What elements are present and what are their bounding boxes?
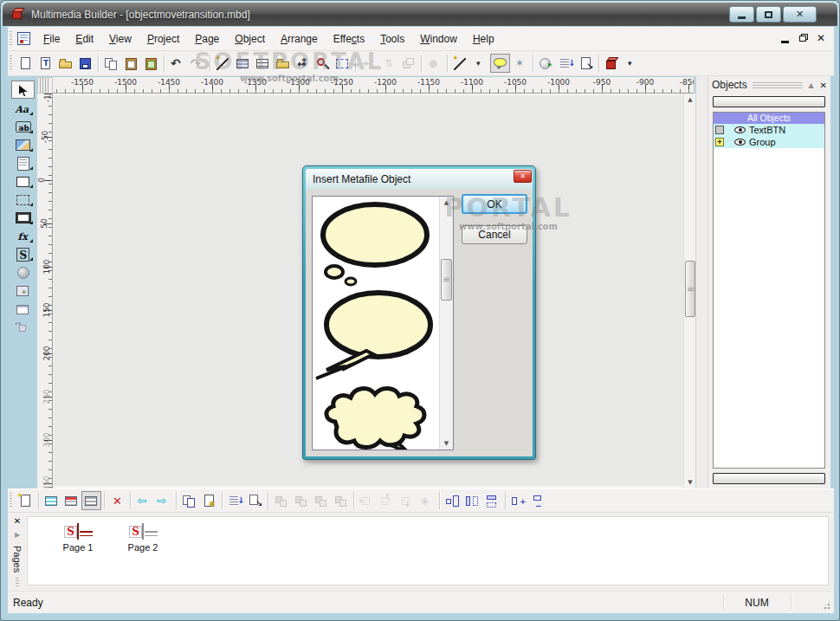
scroll-up-icon[interactable]: ▲ bbox=[684, 94, 696, 106]
objects-panel-grip[interactable] bbox=[753, 82, 804, 88]
bitmap-button[interactable] bbox=[11, 135, 35, 153]
delete-page-button[interactable] bbox=[107, 491, 127, 510]
marquee-button[interactable] bbox=[333, 54, 352, 73]
pages-expand-icon[interactable]: ▶ bbox=[15, 531, 20, 539]
pages-grip[interactable] bbox=[16, 578, 19, 586]
panel-splitter[interactable] bbox=[695, 76, 708, 488]
expand-plus-icon[interactable]: + bbox=[715, 138, 724, 146]
paragraph-button[interactable] bbox=[11, 153, 35, 171]
hotspot-button[interactable] bbox=[11, 190, 35, 208]
scroll-up-icon[interactable]: ▲ bbox=[440, 197, 453, 209]
sparkle-button[interactable] bbox=[510, 54, 530, 73]
pages-plain-button[interactable] bbox=[81, 491, 101, 510]
ok-button[interactable]: OK bbox=[462, 194, 527, 214]
menu-window[interactable]: Window bbox=[412, 29, 465, 49]
checkbox-icon[interactable] bbox=[715, 126, 724, 134]
move-button[interactable] bbox=[293, 54, 313, 73]
all-objects-header[interactable]: All Objects bbox=[714, 113, 824, 124]
export-run-button[interactable] bbox=[576, 54, 596, 73]
web-button[interactable] bbox=[11, 262, 35, 281]
sort-pages-button[interactable] bbox=[225, 491, 245, 510]
objects-bottom-button[interactable] bbox=[713, 473, 825, 484]
ruler-corner-box[interactable] bbox=[37, 77, 53, 94]
prev-page-button[interactable] bbox=[133, 491, 153, 510]
video-button[interactable] bbox=[11, 208, 35, 226]
align-h-center-button[interactable] bbox=[462, 491, 482, 510]
pages-red-button[interactable] bbox=[61, 491, 81, 510]
mdi-minimize-icon[interactable] bbox=[781, 41, 789, 43]
maximize-button[interactable] bbox=[756, 6, 781, 23]
canvas-scroll-thumb[interactable] bbox=[685, 261, 695, 317]
book-button[interactable] bbox=[233, 54, 253, 73]
close-button[interactable]: ✕ bbox=[783, 6, 817, 23]
object-tool-button[interactable] bbox=[11, 317, 35, 335]
object-row-textbtn[interactable]: TextBTN bbox=[714, 124, 824, 136]
toolbar-grip[interactable] bbox=[10, 55, 12, 71]
collapse-icon[interactable]: ▲ bbox=[808, 81, 813, 89]
panel-close-icon[interactable]: ✕ bbox=[820, 81, 827, 90]
menu-view[interactable]: View bbox=[101, 29, 139, 49]
menu-page[interactable]: Page bbox=[187, 29, 227, 49]
save-button[interactable] bbox=[75, 54, 95, 73]
make-same-size-button[interactable] bbox=[443, 491, 462, 510]
select-button[interactable] bbox=[11, 81, 35, 99]
cancel-button[interactable]: Cancel bbox=[462, 225, 527, 244]
fx-button[interactable] bbox=[11, 226, 35, 244]
page-properties-button[interactable] bbox=[199, 491, 219, 510]
menu-grip[interactable] bbox=[10, 31, 12, 47]
pages-close-icon[interactable]: ✕ bbox=[14, 516, 21, 526]
next-page-button[interactable] bbox=[153, 491, 173, 510]
text-button-button[interactable] bbox=[11, 117, 35, 135]
align-v-center-button[interactable] bbox=[482, 491, 502, 510]
paste-special-button[interactable] bbox=[141, 54, 161, 73]
undo-button[interactable] bbox=[167, 54, 187, 73]
dialog-close-icon[interactable]: ✕ bbox=[514, 170, 532, 183]
compile-button[interactable] bbox=[602, 54, 622, 73]
objects-panel-header[interactable]: Objects ▲ ✕ bbox=[708, 76, 830, 94]
menu-tools[interactable]: Tools bbox=[372, 29, 412, 49]
menu-project[interactable]: Project bbox=[139, 29, 187, 49]
script-button[interactable] bbox=[11, 244, 35, 262]
dd-button[interactable] bbox=[470, 54, 490, 73]
dialog-scroll-thumb[interactable] bbox=[441, 259, 452, 301]
scroll-down-icon[interactable]: ▼ bbox=[684, 476, 696, 488]
menu-arrange[interactable]: Arrange bbox=[273, 29, 326, 49]
oval-thought-bubble[interactable] bbox=[313, 200, 439, 287]
sub-window-button[interactable] bbox=[11, 299, 35, 317]
magic-wand-button[interactable] bbox=[213, 54, 233, 73]
oval-lightning-bubble[interactable] bbox=[313, 288, 439, 380]
menu-effects[interactable]: Effects bbox=[326, 29, 372, 49]
export-list-button[interactable] bbox=[556, 54, 576, 73]
text-button[interactable] bbox=[11, 99, 35, 117]
toolbar-grip[interactable] bbox=[10, 493, 12, 508]
open-folder-button[interactable] bbox=[273, 54, 293, 73]
object-row-group[interactable]: + Group bbox=[714, 136, 824, 148]
copy-button[interactable] bbox=[101, 54, 121, 73]
pages-cyan-button[interactable] bbox=[42, 491, 61, 510]
menu-file[interactable]: File bbox=[36, 29, 68, 49]
new-button[interactable] bbox=[16, 54, 36, 73]
mdi-restore-icon[interactable] bbox=[799, 36, 806, 42]
paste-button[interactable] bbox=[121, 54, 141, 73]
dialog-scrollbar[interactable]: ▲ ▼ bbox=[439, 197, 453, 450]
menu-edit[interactable]: Edit bbox=[68, 29, 101, 49]
page-thumbnail-2[interactable]: S Page 2 bbox=[117, 524, 169, 553]
document-icon[interactable] bbox=[17, 32, 30, 45]
menu-help[interactable]: Help bbox=[465, 29, 502, 49]
page-thumbnail-1[interactable]: S Page 1 bbox=[52, 524, 104, 553]
zoom-button[interactable] bbox=[313, 54, 333, 73]
dialog-title-bar[interactable]: Insert Metafile Object bbox=[306, 169, 533, 190]
objects-top-button[interactable] bbox=[713, 96, 825, 107]
cloud-bubble[interactable] bbox=[313, 380, 439, 450]
dd-button[interactable] bbox=[622, 54, 642, 73]
visible-eye-icon[interactable] bbox=[734, 139, 746, 146]
distribute-h-button[interactable] bbox=[508, 491, 528, 510]
canvas-vertical-scrollbar[interactable]: ▲ ▼ bbox=[683, 94, 695, 488]
wand-menu-button[interactable] bbox=[450, 54, 470, 73]
export-page-button[interactable] bbox=[245, 491, 265, 510]
new-text-button[interactable] bbox=[36, 54, 55, 73]
minimize-button[interactable] bbox=[729, 6, 754, 23]
speech-bubble-button[interactable] bbox=[490, 54, 510, 73]
menu-object[interactable]: Object bbox=[227, 29, 273, 49]
animated-gif-button[interactable] bbox=[11, 281, 35, 299]
